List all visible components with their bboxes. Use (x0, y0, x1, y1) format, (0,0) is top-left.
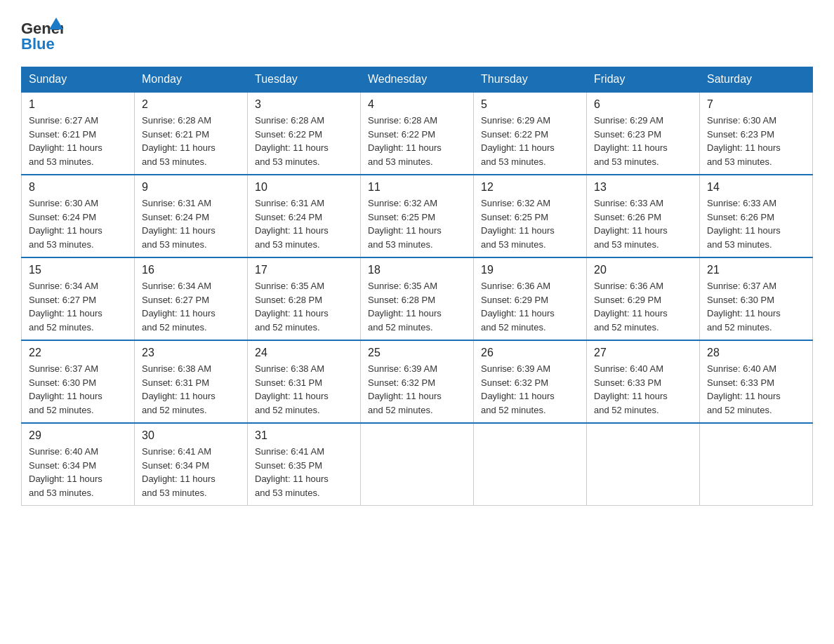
day-info: Sunrise: 6:41 AMSunset: 6:34 PMDaylight:… (142, 445, 240, 499)
calendar-cell: 28 Sunrise: 6:40 AMSunset: 6:33 PMDaylig… (700, 340, 813, 423)
day-number: 6 (594, 98, 692, 111)
calendar-cell: 16 Sunrise: 6:34 AMSunset: 6:27 PMDaylig… (135, 257, 248, 340)
day-info: Sunrise: 6:30 AMSunset: 6:24 PMDaylight:… (29, 196, 127, 251)
column-header-tuesday: Tuesday (248, 67, 361, 93)
calendar-cell: 30 Sunrise: 6:41 AMSunset: 6:34 PMDaylig… (135, 423, 248, 506)
day-info: Sunrise: 6:36 AMSunset: 6:29 PMDaylight:… (594, 279, 692, 334)
svg-text:Blue: Blue (21, 35, 55, 53)
calendar-cell: 12 Sunrise: 6:32 AMSunset: 6:25 PMDaylig… (474, 175, 587, 257)
week-row-4: 22 Sunrise: 6:37 AMSunset: 6:30 PMDaylig… (22, 340, 813, 423)
calendar-cell: 24 Sunrise: 6:38 AMSunset: 6:31 PMDaylig… (248, 340, 361, 423)
calendar-cell: 7 Sunrise: 6:30 AMSunset: 6:23 PMDayligh… (700, 92, 813, 175)
day-number: 31 (255, 429, 353, 442)
week-row-1: 1 Sunrise: 6:27 AMSunset: 6:21 PMDayligh… (22, 92, 813, 175)
day-info: Sunrise: 6:39 AMSunset: 6:32 PMDaylight:… (481, 362, 579, 417)
day-number: 1 (29, 98, 127, 111)
day-number: 17 (255, 264, 353, 276)
calendar-cell: 13 Sunrise: 6:33 AMSunset: 6:26 PMDaylig… (587, 175, 700, 257)
day-number: 4 (368, 98, 466, 111)
column-header-monday: Monday (135, 67, 248, 93)
logo: General Blue (21, 14, 63, 53)
calendar-cell: 29 Sunrise: 6:40 AMSunset: 6:34 PMDaylig… (22, 423, 135, 506)
calendar-cell: 2 Sunrise: 6:28 AMSunset: 6:21 PMDayligh… (135, 92, 248, 175)
calendar-cell: 23 Sunrise: 6:38 AMSunset: 6:31 PMDaylig… (135, 340, 248, 423)
calendar-cell: 8 Sunrise: 6:30 AMSunset: 6:24 PMDayligh… (22, 175, 135, 257)
day-number: 20 (594, 264, 692, 276)
day-number: 13 (594, 181, 692, 194)
calendar-header: SundayMondayTuesdayWednesdayThursdayFrid… (22, 67, 813, 93)
day-number: 26 (481, 347, 579, 359)
day-number: 12 (481, 181, 579, 194)
day-number: 16 (142, 264, 240, 276)
day-info: Sunrise: 6:40 AMSunset: 6:34 PMDaylight:… (29, 445, 127, 499)
day-info: Sunrise: 6:31 AMSunset: 6:24 PMDaylight:… (255, 196, 353, 251)
day-info: Sunrise: 6:37 AMSunset: 6:30 PMDaylight:… (29, 362, 127, 417)
calendar-cell (700, 423, 813, 506)
calendar-cell: 10 Sunrise: 6:31 AMSunset: 6:24 PMDaylig… (248, 175, 361, 257)
calendar-cell: 19 Sunrise: 6:36 AMSunset: 6:29 PMDaylig… (474, 257, 587, 340)
day-number: 11 (368, 181, 466, 194)
week-row-5: 29 Sunrise: 6:40 AMSunset: 6:34 PMDaylig… (22, 423, 813, 506)
column-header-sunday: Sunday (22, 67, 135, 93)
column-header-saturday: Saturday (700, 67, 813, 93)
day-number: 3 (255, 98, 353, 111)
day-info: Sunrise: 6:33 AMSunset: 6:26 PMDaylight:… (707, 196, 805, 251)
day-number: 7 (707, 98, 805, 111)
day-info: Sunrise: 6:31 AMSunset: 6:24 PMDaylight:… (142, 196, 240, 251)
calendar-cell: 6 Sunrise: 6:29 AMSunset: 6:23 PMDayligh… (587, 92, 700, 175)
day-number: 14 (707, 181, 805, 194)
day-info: Sunrise: 6:28 AMSunset: 6:22 PMDaylight:… (368, 114, 466, 168)
day-number: 30 (142, 429, 240, 442)
calendar-cell: 5 Sunrise: 6:29 AMSunset: 6:22 PMDayligh… (474, 92, 587, 175)
day-info: Sunrise: 6:32 AMSunset: 6:25 PMDaylight:… (368, 196, 466, 251)
calendar-cell: 18 Sunrise: 6:35 AMSunset: 6:28 PMDaylig… (361, 257, 474, 340)
day-info: Sunrise: 6:39 AMSunset: 6:32 PMDaylight:… (368, 362, 466, 417)
day-number: 25 (368, 347, 466, 359)
calendar-cell: 15 Sunrise: 6:34 AMSunset: 6:27 PMDaylig… (22, 257, 135, 340)
day-info: Sunrise: 6:34 AMSunset: 6:27 PMDaylight:… (29, 279, 127, 334)
day-info: Sunrise: 6:38 AMSunset: 6:31 PMDaylight:… (142, 362, 240, 417)
page-header: General Blue (21, 14, 813, 53)
day-number: 9 (142, 181, 240, 194)
calendar-cell: 20 Sunrise: 6:36 AMSunset: 6:29 PMDaylig… (587, 257, 700, 340)
column-header-thursday: Thursday (474, 67, 587, 93)
day-number: 19 (481, 264, 579, 276)
calendar-cell: 11 Sunrise: 6:32 AMSunset: 6:25 PMDaylig… (361, 175, 474, 257)
day-info: Sunrise: 6:37 AMSunset: 6:30 PMDaylight:… (707, 279, 805, 334)
calendar-cell (474, 423, 587, 506)
day-info: Sunrise: 6:40 AMSunset: 6:33 PMDaylight:… (594, 362, 692, 417)
calendar-cell (361, 423, 474, 506)
calendar-table: SundayMondayTuesdayWednesdayThursdayFrid… (21, 67, 813, 506)
day-number: 8 (29, 181, 127, 194)
day-number: 18 (368, 264, 466, 276)
calendar-cell: 3 Sunrise: 6:28 AMSunset: 6:22 PMDayligh… (248, 92, 361, 175)
day-number: 27 (594, 347, 692, 359)
day-number: 28 (707, 347, 805, 359)
header-row: SundayMondayTuesdayWednesdayThursdayFrid… (22, 67, 813, 93)
column-header-friday: Friday (587, 67, 700, 93)
week-row-3: 15 Sunrise: 6:34 AMSunset: 6:27 PMDaylig… (22, 257, 813, 340)
calendar-cell: 4 Sunrise: 6:28 AMSunset: 6:22 PMDayligh… (361, 92, 474, 175)
day-info: Sunrise: 6:38 AMSunset: 6:31 PMDaylight:… (255, 362, 353, 417)
calendar-cell: 1 Sunrise: 6:27 AMSunset: 6:21 PMDayligh… (22, 92, 135, 175)
day-info: Sunrise: 6:29 AMSunset: 6:23 PMDaylight:… (594, 114, 692, 168)
calendar-body: 1 Sunrise: 6:27 AMSunset: 6:21 PMDayligh… (22, 92, 813, 506)
day-info: Sunrise: 6:35 AMSunset: 6:28 PMDaylight:… (368, 279, 466, 334)
day-info: Sunrise: 6:28 AMSunset: 6:21 PMDaylight:… (142, 114, 240, 168)
calendar-cell: 27 Sunrise: 6:40 AMSunset: 6:33 PMDaylig… (587, 340, 700, 423)
calendar-cell: 9 Sunrise: 6:31 AMSunset: 6:24 PMDayligh… (135, 175, 248, 257)
day-number: 15 (29, 264, 127, 276)
calendar-cell: 22 Sunrise: 6:37 AMSunset: 6:30 PMDaylig… (22, 340, 135, 423)
day-info: Sunrise: 6:35 AMSunset: 6:28 PMDaylight:… (255, 279, 353, 334)
calendar-cell: 31 Sunrise: 6:41 AMSunset: 6:35 PMDaylig… (248, 423, 361, 506)
day-info: Sunrise: 6:32 AMSunset: 6:25 PMDaylight:… (481, 196, 579, 251)
day-info: Sunrise: 6:29 AMSunset: 6:22 PMDaylight:… (481, 114, 579, 168)
day-info: Sunrise: 6:36 AMSunset: 6:29 PMDaylight:… (481, 279, 579, 334)
day-number: 21 (707, 264, 805, 276)
day-info: Sunrise: 6:41 AMSunset: 6:35 PMDaylight:… (255, 445, 353, 499)
calendar-cell: 14 Sunrise: 6:33 AMSunset: 6:26 PMDaylig… (700, 175, 813, 257)
day-number: 29 (29, 429, 127, 442)
day-number: 5 (481, 98, 579, 111)
week-row-2: 8 Sunrise: 6:30 AMSunset: 6:24 PMDayligh… (22, 175, 813, 257)
day-number: 2 (142, 98, 240, 111)
